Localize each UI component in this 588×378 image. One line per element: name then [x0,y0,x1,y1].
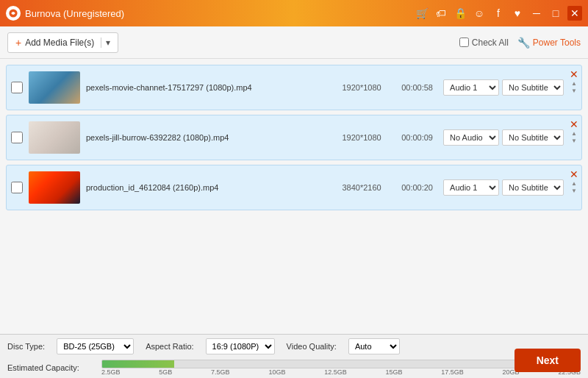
tag-icon[interactable]: 🏷 [434,6,448,21]
thumb-1-preview [29,71,80,104]
row-3-sort-arrows[interactable]: ▲ ▼ [571,180,577,194]
capacity-tick-labels: 2.5GB 5GB 7.5GB 10GB 12.5GB 15GB 17.5GB … [101,368,581,376]
sort-down-icon[interactable]: ▼ [571,88,577,95]
row-2-audio-select[interactable]: No Audio Audio 1 [443,129,499,146]
row-1-delete-button[interactable]: ✕ [570,68,578,80]
row-1-audio-select[interactable]: Audio 1 No Audio [443,79,499,96]
media-list: pexels-movie-channet-17517297 (1080p).mp… [0,59,588,334]
power-tools-button[interactable]: 🔧 Power Tools [517,37,581,49]
table-row: production_id_4612084 (2160p).mp4 3840*2… [6,165,582,210]
capacity-bar [101,360,581,368]
row-1-checkbox[interactable] [11,82,23,93]
row-2-sort-arrows[interactable]: ▲ ▼ [571,130,577,144]
check-all-label[interactable]: Check All [459,38,509,48]
minimize-button[interactable]: ─ [529,6,544,21]
tick-5gb: 5GB [159,368,172,376]
check-all-text: Check All [472,38,509,48]
share-icon[interactable]: ☺ [472,6,487,21]
row-3-filename: production_id_4612084 (2160p).mp4 [86,183,326,192]
sort-up-icon[interactable]: ▲ [571,130,577,138]
row-2-subtitle-select[interactable]: No Subtitle [502,129,564,146]
bottom-controls: Disc Type: BD-25 (25GB) BD-50 (50GB) DVD… [0,335,588,358]
row-3-delete-button[interactable]: ✕ [570,168,578,180]
thumb-3-preview [29,171,80,204]
row-3-thumbnail [29,171,80,204]
video-quality-select[interactable]: Auto High Medium Low [348,338,400,354]
row-2-thumbnail [29,121,80,154]
app-title: Burnova (Unregistered) [25,8,415,19]
row-1-duration: 00:00:58 [397,83,437,92]
tick-15gb: 15GB [386,368,403,376]
power-tools-label: Power Tools [533,38,581,48]
tick-7-5gb: 7.5GB [211,368,230,376]
row-2-checkbox[interactable] [11,132,23,143]
aspect-ratio-label: Aspect Ratio: [146,342,193,351]
aspect-ratio-select[interactable]: 16:9 (1080P) 4:3 16:9 (720P) [206,338,275,354]
app-logo [6,6,21,21]
row-2-filename: pexels-jill-burrow-6392282 (1080p).mp4 [86,133,326,142]
capacity-bar-fill [102,360,174,368]
sort-up-icon[interactable]: ▲ [571,80,577,88]
table-row: pexels-movie-channet-17517297 (1080p).mp… [6,65,582,110]
restore-button[interactable]: □ [548,6,563,21]
row-3-duration: 00:00:20 [397,183,437,192]
lock-icon[interactable]: 🔒 [453,6,467,21]
estimated-capacity-label: Estimated Capacity: [7,363,96,372]
row-3-audio-select[interactable]: Audio 1 No Audio [443,179,499,196]
row-2-duration: 00:00:09 [397,133,437,142]
tick-2-5gb: 2.5GB [101,368,121,376]
row-3-controls: Audio 1 No Audio No Subtitle [443,179,564,196]
toolbar: + Add Media File(s) ▾ Check All 🔧 Power … [0,26,588,59]
tick-12-5gb: 12.5GB [324,368,347,376]
capacity-bar-wrapper: 2.5GB 5GB 7.5GB 10GB 12.5GB 15GB 17.5GB … [101,360,581,376]
check-all-checkbox[interactable] [459,38,469,47]
row-1-sort-arrows[interactable]: ▲ ▼ [571,80,577,94]
sort-down-icon[interactable]: ▼ [571,138,577,145]
facebook-icon[interactable]: f [491,6,506,21]
next-button[interactable]: Next [514,349,581,372]
sort-down-icon[interactable]: ▼ [571,188,577,195]
row-3-resolution: 3840*2160 [332,183,391,192]
tick-17-5gb: 17.5GB [441,368,464,376]
title-bar: Burnova (Unregistered) 🛒 🏷 🔒 ☺ f ♥ ─ □ ✕ [0,0,588,26]
row-2-delete-button[interactable]: ✕ [570,118,578,130]
capacity-row: Estimated Capacity: 2.5GB 5GB 7.5GB 10GB… [0,358,588,378]
row-3-subtitle-select[interactable]: No Subtitle [502,179,564,196]
toolbar-right: Check All 🔧 Power Tools [459,37,581,49]
disc-type-label: Disc Type: [7,342,45,351]
row-2-resolution: 1920*1080 [332,133,391,142]
thumb-2-preview [29,121,80,154]
row-1-thumbnail [29,71,80,104]
row-1-subtitle-select[interactable]: No Subtitle [502,79,564,96]
disc-type-select[interactable]: BD-25 (25GB) BD-50 (50GB) DVD-5 (4.7GB) … [57,338,134,354]
video-quality-label: Video Quality: [287,342,337,351]
plus-icon: + [15,37,21,49]
row-2-controls: No Audio Audio 1 No Subtitle [443,129,564,146]
dropdown-arrow-icon[interactable]: ▾ [101,38,110,48]
wrench-icon: 🔧 [517,37,530,49]
row-1-filename: pexels-movie-channet-17517297 (1080p).mp… [86,83,326,92]
tick-10gb: 10GB [268,368,285,376]
bottom-bar: Disc Type: BD-25 (25GB) BD-50 (50GB) DVD… [0,334,588,378]
row-1-controls: Audio 1 No Audio No Subtitle [443,79,564,96]
heart-icon[interactable]: ♥ [510,6,525,21]
sort-up-icon[interactable]: ▲ [571,180,577,188]
cart-icon[interactable]: 🛒 [415,6,429,21]
close-button[interactable]: ✕ [567,6,582,21]
table-row: pexels-jill-burrow-6392282 (1080p).mp4 1… [6,115,582,160]
add-media-label: Add Media File(s) [25,38,94,48]
add-media-button[interactable]: + Add Media File(s) ▾ [7,32,118,53]
row-1-resolution: 1920*1080 [332,83,391,92]
row-3-checkbox[interactable] [11,182,23,193]
title-bar-controls: 🛒 🏷 🔒 ☺ f ♥ ─ □ ✕ [415,6,582,21]
